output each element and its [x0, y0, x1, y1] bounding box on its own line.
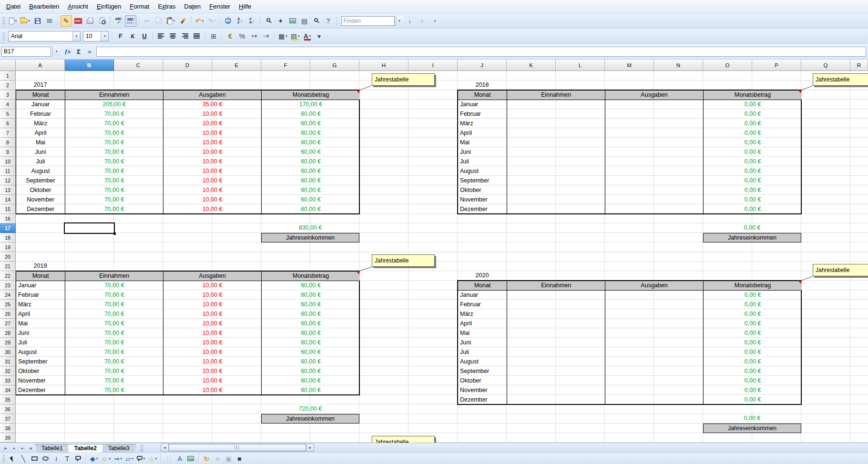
einnahmen-cell[interactable]	[507, 376, 605, 386]
einnahmen-cell[interactable]	[507, 319, 605, 329]
month-cell[interactable]: März	[16, 119, 65, 129]
einnahmen-cell[interactable]	[507, 176, 605, 186]
comment-note[interactable]: Jahrestabelle	[372, 73, 435, 86]
row-header-27[interactable]: 27	[0, 319, 16, 328]
monatsbetrag-cell[interactable]: 60,00 €	[262, 167, 360, 176]
column-header-C[interactable]: C	[114, 60, 163, 71]
monatsbetrag-cell[interactable]: 60,00 €	[262, 148, 360, 157]
dropdown-arrow-icon[interactable]: ▾	[173, 19, 175, 23]
row-header-29[interactable]: 29	[0, 338, 16, 347]
year-label[interactable]: 2017	[16, 81, 65, 90]
monatsbetrag-cell[interactable]: 0,00 €	[704, 195, 802, 205]
next-sheet-button[interactable]: ▸	[18, 444, 26, 452]
ausgaben-cell[interactable]	[605, 186, 704, 195]
auto-spellcheck-button[interactable]: ABC	[125, 15, 136, 27]
ausgaben-cell[interactable]	[605, 329, 704, 338]
month-cell[interactable]: August	[458, 167, 507, 176]
function-wizard-button[interactable]: ƒx	[62, 47, 73, 57]
fontwork-gallery-button[interactable]: A	[174, 454, 185, 464]
column-header-L[interactable]: L	[556, 60, 605, 71]
month-cell[interactable]: September	[16, 357, 65, 367]
new-document-button[interactable]: ▾	[7, 15, 19, 27]
ausgaben-cell[interactable]: 10,00 €	[163, 167, 262, 176]
align-right-button[interactable]	[179, 30, 191, 42]
einnahmen-cell[interactable]: 70,00 €	[65, 281, 163, 291]
ausgaben-cell[interactable]: 35,00 €	[163, 100, 262, 110]
month-cell[interactable]: Januar	[458, 100, 507, 110]
row-header-35[interactable]: 35	[0, 395, 16, 404]
monatsbetrag-cell[interactable]: 60,00 €	[262, 291, 360, 300]
monatsbetrag-cell[interactable]: 0,00 €	[704, 376, 802, 386]
dropdown-arrow-icon[interactable]: ▾	[298, 34, 300, 38]
ausgaben-cell[interactable]	[605, 367, 704, 376]
toolbar-overflow-button[interactable]: ▾	[314, 30, 325, 42]
row-header-32[interactable]: 32	[0, 366, 16, 376]
bold-button[interactable]: F	[115, 30, 126, 42]
month-cell[interactable]: Dezember	[458, 395, 507, 405]
menu-item-einfügen[interactable]: Einfügen	[92, 1, 125, 12]
month-cell[interactable]: November	[458, 195, 507, 205]
row-header-7[interactable]: 7	[0, 128, 16, 138]
table-header-cell[interactable]: Monatsbetrag	[704, 281, 802, 291]
line-button[interactable]: ╲	[18, 454, 29, 464]
horizontal-scrollbar[interactable]: ◂ ▸	[161, 444, 314, 452]
einnahmen-cell[interactable]: 70,00 €	[65, 348, 163, 357]
table-header-cell[interactable]: Monat	[458, 91, 507, 100]
sheet-tab-tabelle2[interactable]: Tabelle2	[68, 444, 103, 453]
monatsbetrag-cell[interactable]: 0,00 €	[704, 329, 802, 338]
month-cell[interactable]: Februar	[16, 110, 65, 119]
sum-button[interactable]: Σ	[73, 47, 84, 57]
row-header-39[interactable]: 39	[0, 433, 16, 443]
gallery-button[interactable]	[287, 15, 298, 27]
jahreseinkommen-total[interactable]: 0,00 €	[703, 223, 801, 233]
ausgaben-cell[interactable]	[605, 348, 704, 357]
month-cell[interactable]: März	[458, 119, 507, 129]
ausgaben-cell[interactable]: 10,00 €	[163, 338, 262, 348]
column-header-Q[interactable]: Q	[801, 60, 850, 71]
einnahmen-cell[interactable]	[507, 367, 605, 376]
edit-mode-button[interactable]: ✎	[61, 15, 72, 27]
scrollbar-thumb[interactable]	[169, 444, 306, 451]
formula-input[interactable]	[96, 47, 866, 57]
einnahmen-cell[interactable]	[507, 157, 605, 167]
comment-note[interactable]: Jahrestabelle	[372, 436, 435, 443]
ausgaben-cell[interactable]	[605, 357, 704, 367]
monatsbetrag-cell[interactable]: 60,00 €	[262, 138, 360, 148]
month-cell[interactable]: Juli	[458, 348, 507, 357]
ausgaben-cell[interactable]	[605, 300, 704, 310]
row-header-6[interactable]: 6	[0, 119, 16, 128]
ausgaben-cell[interactable]: 10,00 €	[163, 386, 262, 395]
monatsbetrag-cell[interactable]: 60,00 €	[262, 281, 360, 291]
ausgaben-cell[interactable]: 10,00 €	[163, 148, 262, 157]
month-cell[interactable]: Dezember	[458, 205, 507, 214]
monatsbetrag-cell[interactable]: 0,00 €	[704, 148, 802, 157]
block-arrows-button[interactable]: ⇒▾	[112, 454, 123, 464]
toolbar-grip[interactable]	[2, 454, 5, 463]
row-header-10[interactable]: 10	[0, 157, 16, 166]
find-next-button[interactable]: ↓	[404, 15, 416, 27]
ausgaben-cell[interactable]: 10,00 €	[163, 176, 262, 186]
menu-item-extras[interactable]: Extras	[153, 1, 180, 12]
einnahmen-cell[interactable]	[507, 195, 605, 205]
monatsbetrag-cell[interactable]: 0,00 €	[704, 300, 802, 310]
monatsbetrag-cell[interactable]: 0,00 €	[704, 319, 802, 329]
merge-cells-button[interactable]: ⊞	[208, 30, 219, 42]
navigator-button[interactable]: ✦	[275, 15, 286, 27]
sheet-tab-tabelle3[interactable]: Tabelle3	[102, 444, 136, 453]
einnahmen-cell[interactable]	[507, 300, 605, 310]
font-size-dropdown-icon[interactable]: ▾	[101, 31, 108, 41]
row-header-25[interactable]: 25	[0, 300, 16, 309]
ausgaben-cell[interactable]	[605, 148, 704, 157]
monatsbetrag-cell[interactable]: 60,00 €	[262, 367, 360, 376]
monatsbetrag-cell[interactable]: 60,00 €	[262, 157, 360, 167]
row-header-20[interactable]: 20	[0, 252, 16, 262]
table-header-cell[interactable]: Ausgaben	[605, 281, 704, 291]
table-header-cell[interactable]: Monatsbetrag	[262, 272, 360, 281]
einnahmen-cell[interactable]: 70,00 €	[65, 376, 163, 386]
einnahmen-cell[interactable]	[507, 386, 605, 395]
month-cell[interactable]: November	[16, 376, 65, 386]
paste-button[interactable]: ▾	[165, 15, 177, 27]
spellcheck-button[interactable]: ABC✓	[113, 15, 124, 27]
extrusion-button[interactable]: ■	[234, 454, 245, 464]
callout-button[interactable]	[73, 454, 83, 464]
